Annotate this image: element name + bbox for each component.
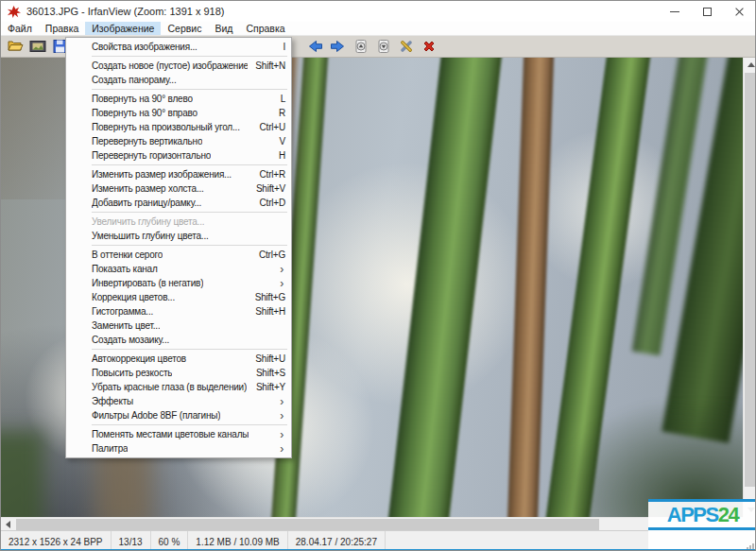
menu-separator <box>92 245 287 246</box>
menu-item[interactable]: Коррекция цветов...Shift+G <box>66 290 291 304</box>
menu-separator <box>92 349 287 350</box>
menu-item-shortcut: I <box>275 42 285 52</box>
properties-button[interactable] <box>395 37 417 56</box>
minimize-icon <box>670 11 679 12</box>
menu-item-label: Гистограмма... <box>92 306 153 317</box>
menu-item-label: Повернуть на 90° вправо <box>92 108 198 118</box>
close-button[interactable] <box>723 1 755 22</box>
maximize-button[interactable] <box>691 1 723 22</box>
menu-item-shortcut: Shift+H <box>248 306 285 317</box>
menu-item[interactable]: Добавить границу/рамку...Ctrl+D <box>66 196 291 210</box>
delete-file-button[interactable] <box>418 37 439 56</box>
menu-item[interactable]: Поменять местами цветовые каналы› <box>66 427 291 441</box>
menu-item[interactable]: Уменьшить глубину цвета... <box>66 229 291 243</box>
statusbar: 2312 x 1526 x 24 BPP 13/13 60 % 1.12 MB … <box>1 530 755 551</box>
submenu-arrow-icon: › <box>272 279 285 288</box>
menu-item[interactable]: Создать новое (пустое) изображение...Shi… <box>66 59 291 73</box>
menu-item-label: Свойства изображения... <box>92 42 198 52</box>
horizontal-scrollbar[interactable] <box>1 517 743 530</box>
menubar: Файл Правка Изображение Сервис Вид Справ… <box>1 22 755 36</box>
menu-item[interactable]: Изменить размер холста...Shift+V <box>66 181 291 196</box>
menu-item-label: Палитра <box>92 443 128 454</box>
previous-file-button[interactable] <box>304 37 326 56</box>
status-zoom: 60 % <box>151 531 189 551</box>
menu-item[interactable]: Свойства изображения...I <box>66 40 291 54</box>
menu-item[interactable]: Повернуть на произвольный угол...Ctrl+U <box>66 120 291 134</box>
menu-item-label: Автокоррекция цветов <box>92 353 186 364</box>
menu-item[interactable]: Показать канал› <box>66 262 291 276</box>
menu-separator <box>92 56 287 57</box>
status-dimensions: 2312 x 1526 x 24 BPP <box>1 531 112 551</box>
watermark-mid-line <box>648 527 756 530</box>
menu-item-label: Заменить цвет... <box>92 320 160 331</box>
menu-edit[interactable]: Правка <box>39 22 85 35</box>
menu-item[interactable]: Эффекты› <box>66 394 291 408</box>
menu-item[interactable]: Повысить резкостьShift+S <box>66 366 291 380</box>
menu-separator <box>92 164 287 165</box>
back-arrow-icon <box>307 39 323 54</box>
vertical-scrollbar[interactable] <box>743 58 756 517</box>
scroll-left-button[interactable] <box>1 518 15 531</box>
submenu-arrow-icon: › <box>272 397 285 406</box>
menu-item-shortcut: V <box>272 136 285 146</box>
image-menu-dropdown: Свойства изображения...IСоздать новое (п… <box>65 37 292 458</box>
slideshow-icon <box>29 39 46 54</box>
page-down-icon <box>376 39 391 54</box>
maximize-icon <box>703 8 712 16</box>
apps24-watermark: APPS24 <box>648 499 756 551</box>
menu-item-shortcut: R <box>271 108 285 118</box>
menu-item[interactable]: Создать мозаику... <box>66 333 291 347</box>
menu-view[interactable]: Вид <box>208 22 239 35</box>
menu-item[interactable]: Убрать красные глаза (в выделении)Shift+… <box>66 380 291 394</box>
titlebar: 36013.JPG - IrfanView (Zoom: 1391 x 918) <box>1 1 755 22</box>
menu-item[interactable]: В оттенки серогоCtrl+G <box>66 248 291 262</box>
menu-file[interactable]: Файл <box>1 22 39 35</box>
menu-item[interactable]: Повернуть на 90° вправоR <box>66 106 291 120</box>
menu-item-shortcut: Shift+N <box>248 60 285 71</box>
menu-item-label: Поменять местами цветовые каналы <box>92 429 249 439</box>
forward-arrow-icon <box>330 39 346 54</box>
menu-item[interactable]: Заменить цвет... <box>66 319 291 333</box>
menu-item[interactable]: Палитра› <box>66 441 291 456</box>
menu-item[interactable]: Перевернуть вертикальноV <box>66 134 291 148</box>
menu-item[interactable]: Изменить размер изображения...Ctrl+R <box>66 167 291 181</box>
menu-item[interactable]: Создать панораму... <box>66 73 291 87</box>
open-folder-button[interactable] <box>4 37 26 56</box>
menu-item[interactable]: Инвертировать (в негатив)› <box>66 276 291 290</box>
menu-help[interactable]: Справка <box>239 22 291 35</box>
next-file-button[interactable] <box>327 37 349 56</box>
menu-item-label: Создать панораму... <box>92 75 177 85</box>
scroll-up-button[interactable] <box>744 58 756 72</box>
menu-item[interactable]: Фильтры Adobe 8BF (плагины)› <box>66 408 291 422</box>
submenu-arrow-icon: › <box>272 430 285 439</box>
submenu-arrow-icon: › <box>272 444 285 454</box>
vertical-scroll-thumb[interactable] <box>745 73 756 487</box>
menu-item[interactable]: Гистограмма...Shift+H <box>66 304 291 319</box>
submenu-arrow-icon: › <box>272 411 285 421</box>
menu-item-label: Перевернуть вертикально <box>92 136 202 146</box>
watermark-24: 24 <box>718 505 738 525</box>
menu-item[interactable]: Перевернуть горизонтальноH <box>66 148 291 163</box>
menu-item-label: Увеличить глубину цвета... <box>92 216 204 227</box>
status-datetime: 28.04.17 / 20:25:27 <box>288 531 386 551</box>
minimize-button[interactable] <box>659 1 691 22</box>
menu-item-shortcut: Shift+U <box>248 353 285 364</box>
menu-item-label: Уменьшить глубину цвета... <box>92 231 209 241</box>
menu-image[interactable]: Изображение <box>85 22 161 35</box>
watermark-text: APPS24 <box>648 502 756 527</box>
menu-item[interactable]: Повернуть на 90° влевоL <box>66 92 291 106</box>
irfanview-logo-icon <box>7 5 21 19</box>
scroll-up-icon <box>747 62 755 67</box>
horizontal-scroll-thumb[interactable] <box>16 519 599 530</box>
menu-options[interactable]: Сервис <box>161 22 208 35</box>
menu-item-label: Фильтры Adobe 8BF (плагины) <box>92 410 220 421</box>
menu-item-shortcut: Shift+S <box>249 368 285 378</box>
last-file-button[interactable] <box>372 37 394 56</box>
slideshow-button[interactable] <box>26 37 48 56</box>
menu-item[interactable]: Автокоррекция цветовShift+U <box>66 352 291 366</box>
menu-item-shortcut: Ctrl+G <box>251 250 285 260</box>
menu-item-label: Инвертировать (в негатив) <box>92 278 203 288</box>
first-file-button[interactable] <box>350 37 371 56</box>
menu-item-shortcut: L <box>273 94 285 104</box>
tools-icon <box>399 39 414 54</box>
